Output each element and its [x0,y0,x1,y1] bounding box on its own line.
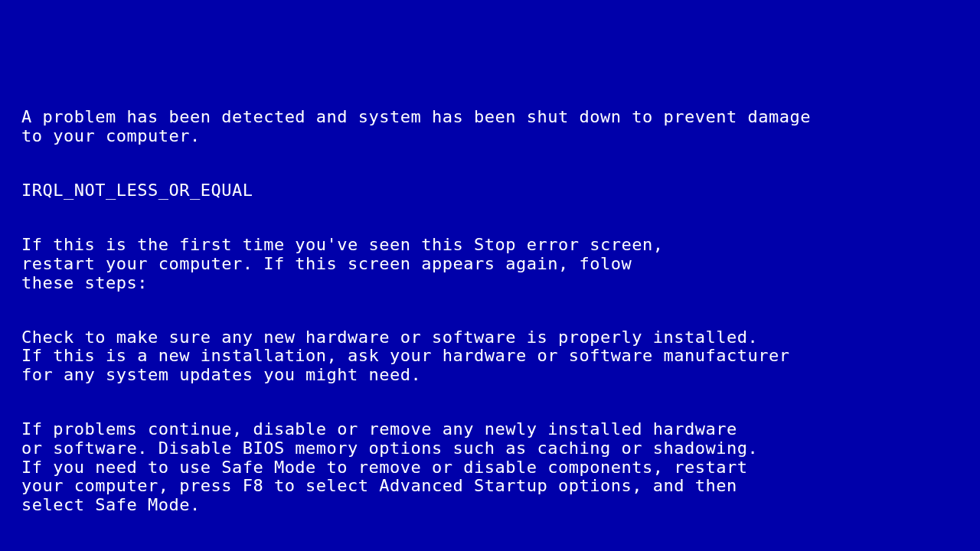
bsod-problems-continue-instructions: If problems continue, disable or remove … [21,420,959,514]
bsod-screen: A problem has been detected and system h… [21,90,959,552]
bsod-error-name: IRQL_NOT_LESS_OR_EQUAL [21,181,959,201]
bsod-intro-text: A problem has been detected and system h… [21,108,959,145]
bsod-check-hardware-instructions: Check to make sure any new hardware or s… [21,328,959,385]
bsod-first-time-instructions: If this is the first time you've seen th… [21,236,959,292]
